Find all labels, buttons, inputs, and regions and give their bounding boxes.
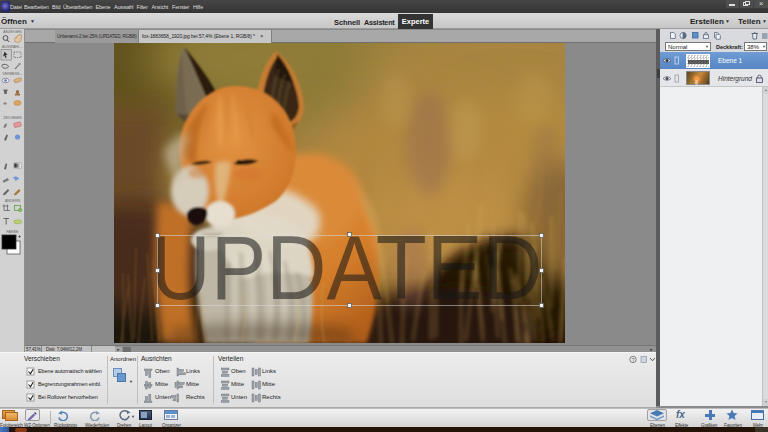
svg-text:FARBE: FARBE <box>7 230 19 234</box>
svg-text:VERBESS...: VERBESS... <box>3 72 23 76</box>
svg-text:?: ? <box>631 357 634 363</box>
svg-text:ZEICHNEN: ZEICHNEN <box>3 116 22 120</box>
svg-text:UPDATED: UPDATED <box>151 216 543 318</box>
svg-text:AUSWÄHL...: AUSWÄHL... <box>2 45 23 49</box>
svg-text:ÄNDERN: ÄNDERN <box>5 199 21 203</box>
svg-text:ANZEIGEN: ANZEIGEN <box>3 30 22 34</box>
